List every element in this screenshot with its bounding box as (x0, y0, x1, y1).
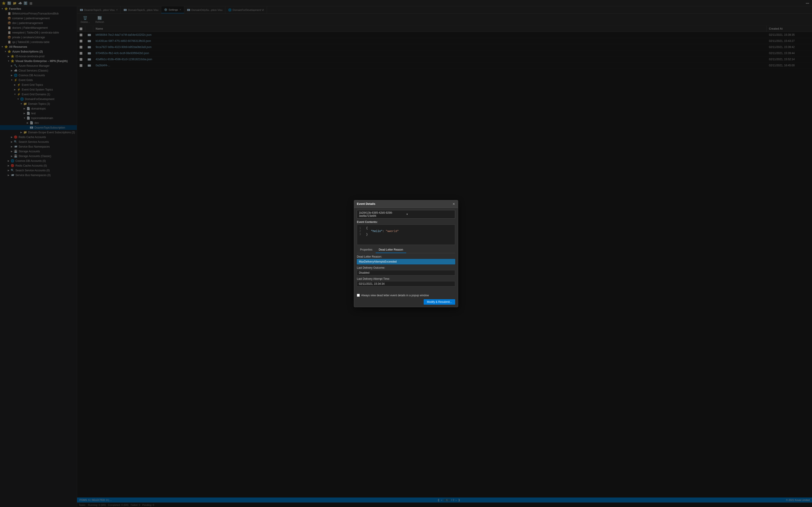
code-line-3: 3 } (359, 233, 453, 236)
line-num-2: 2 (359, 230, 364, 233)
modal-tabs: Properties Dead Letter Reason (357, 247, 455, 253)
modify-resubmit-button[interactable]: Modify & Resubmit... (424, 299, 455, 305)
last-delivery-attempt-time-input (357, 281, 455, 287)
tab-properties[interactable]: Properties (357, 247, 376, 253)
tab-dead-letter-reason[interactable]: Dead Letter Reason (376, 247, 406, 253)
always-popup-row: Always view dead letter event details in… (357, 294, 455, 297)
dead-letter-reason-input[interactable] (357, 259, 455, 264)
modal-body: 1b28413b-6385-42b5-9298-3ed9a723e6f4 ▼ E… (354, 208, 458, 307)
last-delivery-attempt-time-label: Last Delivery Attempt Time: (357, 277, 455, 280)
event-id-dropdown[interactable]: 1b28413b-6385-42b5-9298-3ed9a723e6f4 ▼ (357, 210, 455, 219)
code-text-2: "hello": "wworld" (366, 230, 399, 233)
event-contents-label: Event Contents: (357, 220, 455, 224)
modal-actions: Modify & Resubmit... (357, 299, 455, 305)
dead-letter-reason-label: Dead Letter Reason: (357, 255, 455, 258)
code-line-1: 1 { (359, 227, 453, 230)
last-delivery-outcome-label: Last Delivery Outcome: (357, 266, 455, 269)
code-text-1: { (366, 227, 368, 230)
modal-title: Event Details (357, 202, 375, 206)
last-delivery-outcome-input (357, 270, 455, 275)
code-line-2: 2 "hello": "wworld" (359, 230, 453, 233)
event-details-modal: Event Details ✕ 1b28413b-6385-42b5-9298-… (354, 200, 458, 307)
line-num-1: 1 (359, 227, 364, 230)
modal-title-bar: Event Details ✕ (354, 200, 458, 208)
event-id-value: 1b28413b-6385-42b5-9298-3ed9a723e6f4 (359, 211, 406, 218)
dead-letter-section: Dead Letter Reason: Last Delivery Outcom… (357, 255, 455, 294)
modal-overlay: Event Details ✕ 1b28413b-6385-42b5-9298-… (0, 0, 812, 507)
modal-close-button[interactable]: ✕ (452, 202, 455, 206)
line-num-3: 3 (359, 233, 364, 236)
dropdown-arrow-icon: ▼ (406, 213, 453, 216)
spacer (357, 288, 455, 294)
code-text-3: } (366, 233, 368, 236)
always-popup-label: Always view dead letter event details in… (361, 294, 429, 297)
always-popup-checkbox[interactable] (357, 294, 360, 297)
event-contents-code: 1 { 2 "hello": "wworld" 3 } (357, 225, 455, 245)
